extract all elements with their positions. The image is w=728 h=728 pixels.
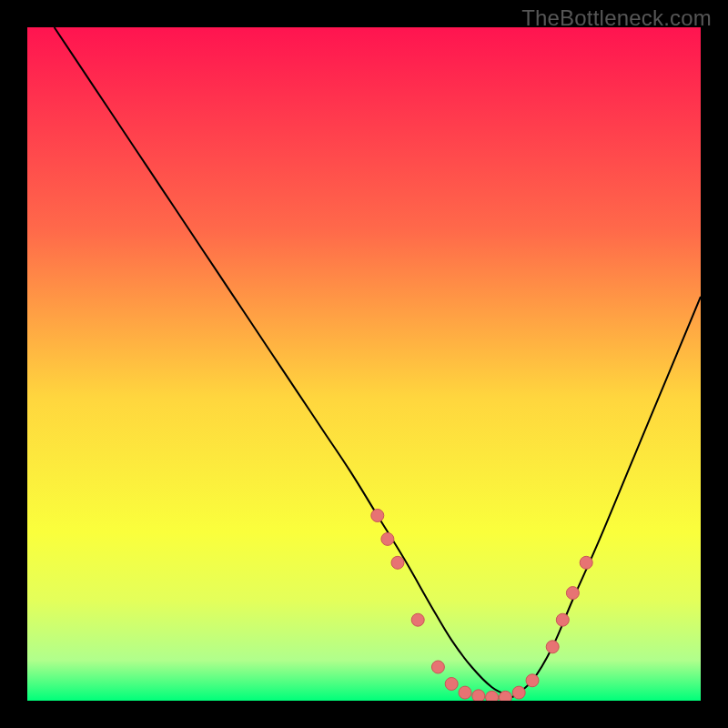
data-marker xyxy=(431,661,444,673)
plot-area xyxy=(27,27,701,701)
data-marker xyxy=(391,556,404,569)
data-marker xyxy=(486,691,499,701)
watermark-text: TheBottleneck.com xyxy=(521,5,712,31)
data-marker xyxy=(512,686,525,699)
data-marker xyxy=(580,556,592,569)
data-marker xyxy=(556,613,569,626)
data-marker xyxy=(411,613,424,626)
gradient-background xyxy=(27,27,701,701)
chart-svg xyxy=(27,27,701,701)
data-marker xyxy=(499,691,511,701)
data-marker xyxy=(381,532,394,545)
data-marker xyxy=(459,686,471,699)
chart-container: TheBottleneck.com xyxy=(0,0,728,728)
data-marker xyxy=(371,510,384,522)
data-marker xyxy=(546,641,559,653)
data-marker xyxy=(445,678,458,691)
data-marker xyxy=(472,690,485,701)
data-marker xyxy=(526,674,539,687)
data-marker xyxy=(566,587,579,600)
